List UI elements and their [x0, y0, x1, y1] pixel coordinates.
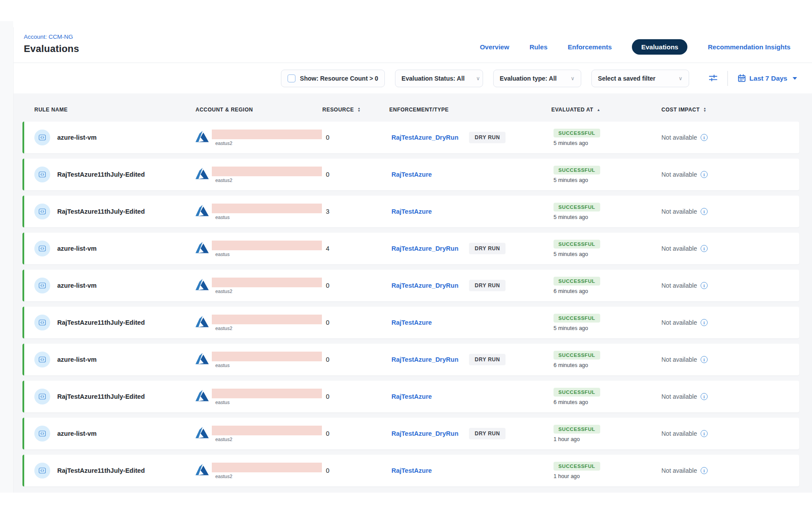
evaluated-time: 5 minutes ago	[554, 177, 588, 183]
cost-impact-cell: Not available i	[661, 430, 799, 437]
table-row[interactable]: RajTestAzure11thJuly-Edited eastus2 0 Ra…	[22, 307, 799, 338]
redacted-account-name	[212, 278, 322, 287]
info-icon[interactable]: i	[701, 467, 708, 474]
rule-cell: azure-list-vm	[34, 241, 196, 256]
region-label: eastus2	[212, 326, 322, 331]
resource-count-checkbox[interactable]	[288, 74, 295, 82]
dry-run-badge: DRY RUN	[469, 132, 506, 143]
info-icon[interactable]: i	[701, 208, 708, 215]
filter-bar: Show: Resource Count > 0 Evaluation Stat…	[14, 63, 812, 93]
enforcement-link[interactable]: RajTestAzure_DryRun	[391, 134, 458, 141]
azure-logo-icon	[196, 131, 209, 144]
resource-count: 0	[322, 430, 389, 437]
top-nav: Overview Rules Enforcements Evaluations …	[480, 39, 790, 55]
region-label: eastus	[212, 400, 322, 405]
table-row[interactable]: azure-list-vm eastus 4 RajTestAzure_DryR…	[22, 233, 799, 264]
azure-logo-icon	[196, 279, 209, 292]
table-row[interactable]: RajTestAzure11thJuly-Edited eastus 0 Raj…	[22, 381, 799, 412]
sort-icon[interactable]: ▲▼	[703, 107, 706, 112]
resource-count: 3	[322, 208, 389, 215]
tab-recommendation-insights[interactable]: Recommendation Insights	[708, 43, 790, 51]
rule-name: RajTestAzure11thJuly-Edited	[57, 171, 145, 178]
dry-run-badge: DRY RUN	[469, 243, 506, 254]
redacted-account-name	[212, 463, 322, 472]
date-range-picker[interactable]: Last 7 Days	[738, 74, 797, 82]
date-range-value: Last 7 Days	[749, 74, 787, 82]
enforcement-link[interactable]: RajTestAzure	[391, 467, 432, 474]
enforcement-cell: RajTestAzure DRY RUN	[389, 393, 551, 400]
redacted-account-name	[212, 167, 322, 176]
table-row[interactable]: azure-list-vm eastus2 0 RajTestAzure_Dry…	[22, 270, 799, 301]
account-region-cell: eastus	[196, 389, 322, 405]
status-badge: SUCCESSFUL	[554, 166, 600, 174]
info-icon[interactable]: i	[701, 356, 708, 363]
table-row[interactable]: azure-list-vm eastus 0 RajTestAzure_DryR…	[22, 344, 799, 375]
info-icon[interactable]: i	[701, 393, 708, 400]
table-row[interactable]: RajTestAzure11thJuly-Edited eastus2 0 Ra…	[22, 159, 799, 190]
enforcement-cell: RajTestAzure DRY RUN	[389, 208, 551, 215]
rule-name: azure-list-vm	[57, 430, 96, 437]
account-block: eastus2	[212, 278, 322, 294]
evaluation-status-value: Evaluation Status: All	[402, 75, 465, 82]
col-cost-impact: COST IMPACT▲▼	[661, 107, 799, 113]
account-region-cell: eastus2	[196, 426, 322, 442]
breadcrumb[interactable]: Account: CCM-NG	[24, 33, 79, 40]
rule-name: azure-list-vm	[57, 245, 96, 252]
tab-rules[interactable]: Rules	[529, 43, 547, 51]
cost-impact-cell: Not available i	[661, 208, 799, 215]
info-icon[interactable]: i	[701, 319, 708, 326]
chevron-down-icon: ∨	[571, 75, 575, 82]
rule-cell: azure-list-vm	[34, 278, 196, 293]
account-region-cell: eastus2	[196, 315, 322, 331]
enforcement-link[interactable]: RajTestAzure_DryRun	[391, 282, 458, 289]
evaluated-at-cell: SUCCESSFUL 5 minutes ago	[551, 166, 661, 183]
cost-impact-value: Not available	[661, 319, 697, 326]
tab-enforcements[interactable]: Enforcements	[568, 43, 612, 51]
rule-code-icon	[34, 241, 50, 256]
table-row[interactable]: azure-list-vm eastus2 0 RajTestAzure_Dry…	[22, 418, 799, 449]
enforcement-link[interactable]: RajTestAzure_DryRun	[391, 245, 458, 252]
evaluated-time: 5 minutes ago	[554, 140, 588, 146]
evaluated-at-cell: SUCCESSFUL 1 hour ago	[551, 462, 661, 479]
enforcement-link[interactable]: RajTestAzure	[391, 393, 432, 400]
azure-logo-icon	[196, 242, 209, 255]
info-icon[interactable]: i	[701, 282, 708, 289]
resource-count: 4	[322, 245, 389, 252]
sort-icon[interactable]: ▲▼	[358, 107, 361, 112]
rule-code-icon	[34, 389, 50, 404]
enforcement-link[interactable]: RajTestAzure	[391, 319, 432, 326]
rule-code-icon	[34, 204, 50, 219]
status-badge: SUCCESSFUL	[554, 277, 600, 286]
table-row[interactable]: azure-list-vm eastus2 0 RajTestAzure_Dry…	[22, 122, 799, 153]
info-icon[interactable]: i	[701, 245, 708, 252]
table-row[interactable]: RajTestAzure11thJuly-Edited eastus 3 Raj…	[22, 196, 799, 227]
sort-asc-icon[interactable]: ▲	[597, 108, 600, 112]
resource-count-filter[interactable]: Show: Resource Count > 0	[281, 70, 385, 87]
enforcement-cell: RajTestAzure_DryRun DRY RUN	[389, 132, 551, 143]
redacted-account-name	[212, 315, 322, 324]
tab-overview[interactable]: Overview	[480, 43, 509, 51]
info-icon[interactable]: i	[701, 171, 708, 178]
info-icon[interactable]: i	[701, 134, 708, 141]
rule-name: RajTestAzure11thJuly-Edited	[57, 467, 145, 474]
rule-cell: RajTestAzure11thJuly-Edited	[34, 315, 196, 330]
tab-evaluations[interactable]: Evaluations	[632, 39, 687, 55]
region-label: eastus	[212, 252, 322, 257]
azure-logo-icon	[196, 205, 209, 218]
info-icon[interactable]: i	[701, 430, 708, 437]
enforcement-link[interactable]: RajTestAzure	[391, 208, 432, 215]
resource-count: 0	[322, 171, 389, 178]
redacted-account-name	[212, 389, 322, 398]
evaluation-status-select[interactable]: Evaluation Status: All ∨	[395, 70, 483, 87]
enforcement-link[interactable]: RajTestAzure_DryRun	[391, 356, 458, 363]
enforcement-link[interactable]: RajTestAzure	[391, 171, 432, 178]
region-label: eastus	[212, 363, 322, 368]
status-badge: SUCCESSFUL	[554, 425, 600, 434]
saved-filter-select[interactable]: Select a saved filter ∨	[591, 70, 689, 87]
dry-run-badge: DRY RUN	[469, 428, 506, 439]
filter-sliders-icon[interactable]	[709, 74, 718, 83]
table-row[interactable]: RajTestAzure11thJuly-Edited eastus2 0 Ra…	[22, 455, 799, 486]
evaluation-type-select[interactable]: Evaluation type: All ∨	[493, 70, 581, 87]
rule-name: RajTestAzure11thJuly-Edited	[57, 393, 145, 400]
enforcement-link[interactable]: RajTestAzure_DryRun	[391, 430, 458, 437]
